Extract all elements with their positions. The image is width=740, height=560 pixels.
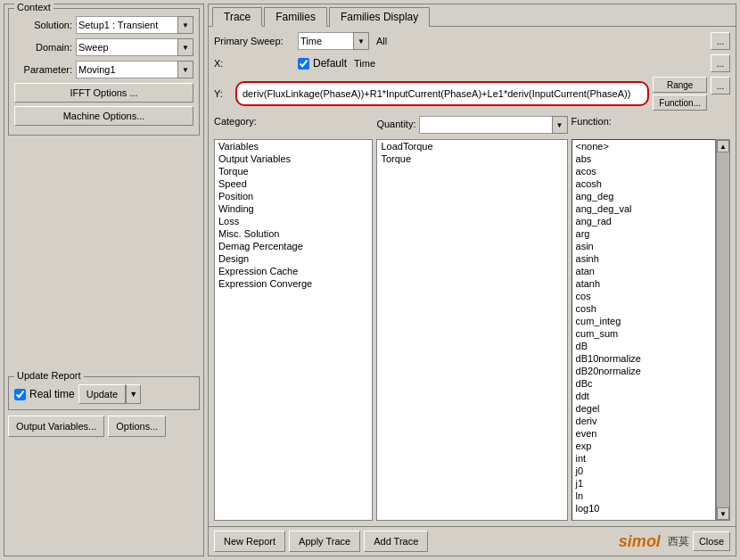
primary-sweep-range: All — [376, 36, 387, 46]
list-item[interactable]: Expression Converge — [215, 277, 372, 290]
category-list: Variables Output Variables Torque Speed … — [215, 140, 372, 520]
update-button[interactable]: Update — [78, 384, 126, 404]
tab-trace[interactable]: Trace — [212, 7, 262, 27]
domain-label: Domain: — [14, 42, 72, 53]
list-item[interactable]: dB — [572, 340, 715, 352]
simol-cn-text: 西莫 — [668, 534, 689, 549]
function-list: <none> abs acos acosh ang_deg ang_deg_va… — [571, 139, 716, 521]
realtime-checkbox[interactable] — [14, 389, 26, 400]
list-item[interactable]: atanh — [572, 277, 715, 290]
list-item[interactable]: Output Variables — [215, 152, 372, 165]
tab-families[interactable]: Families — [264, 7, 327, 27]
list-item[interactable]: j1 — [572, 477, 715, 490]
list-item[interactable]: cos — [572, 290, 715, 302]
list-item[interactable]: ang_rad — [572, 215, 715, 227]
primary-sweep-select[interactable]: Time — [298, 32, 369, 50]
tab-bar: Trace Families Families Display — [209, 4, 736, 27]
parameter-label: Parameter: — [14, 64, 72, 75]
domain-select[interactable]: Sweep — [76, 38, 193, 56]
update-dropdown-arrow[interactable]: ▼ — [126, 384, 141, 404]
quantity-select[interactable] — [419, 116, 567, 134]
list-item[interactable]: deriv — [572, 415, 715, 427]
list-item[interactable]: cosh — [572, 302, 715, 315]
x-value: Time — [354, 58, 375, 69]
list-item[interactable]: Demag Percentage — [215, 240, 372, 252]
list-item[interactable]: abs — [572, 152, 715, 165]
list-item[interactable]: acosh — [572, 177, 715, 190]
range-button[interactable]: Range — [653, 77, 707, 93]
list-item[interactable]: Misc. Solution — [215, 227, 372, 240]
primary-sweep-ellipsis[interactable]: ... — [711, 32, 730, 50]
scroll-up-arrow[interactable]: ▲ — [717, 140, 729, 152]
category-label: Category: — [214, 116, 373, 127]
quantity-list: LoadTorque Torque — [377, 140, 566, 520]
list-item[interactable]: atan — [572, 265, 715, 277]
x-ellipsis[interactable]: ... — [711, 54, 730, 72]
list-item[interactable]: cum_sum — [572, 327, 715, 340]
parameter-select[interactable]: Moving1 — [76, 61, 193, 78]
list-item[interactable]: ln — [572, 490, 715, 502]
scroll-track — [717, 152, 729, 507]
list-item[interactable]: Loss — [215, 215, 372, 227]
list-item[interactable]: Winding — [215, 202, 372, 215]
list-item[interactable]: Torque — [215, 165, 372, 177]
list-item[interactable]: Torque — [377, 152, 566, 165]
options-button[interactable]: Options... — [108, 416, 166, 437]
list-item[interactable]: degel — [572, 402, 715, 415]
x-default-label: Default — [313, 57, 347, 70]
list-item[interactable]: dBc — [572, 377, 715, 390]
list-item[interactable]: exp — [572, 440, 715, 452]
context-title: Context — [14, 2, 53, 12]
list-item[interactable]: Position — [215, 190, 372, 202]
list-item[interactable]: log10 — [572, 502, 715, 515]
list-item[interactable]: <none> — [572, 140, 715, 152]
add-trace-button[interactable]: Add Trace — [364, 531, 428, 552]
x-label: X: — [214, 58, 294, 69]
y-label: Y: — [214, 88, 232, 99]
new-report-button[interactable]: New Report — [214, 531, 285, 552]
function-label: Function: — [571, 116, 730, 127]
list-item[interactable]: asin — [572, 240, 715, 252]
list-item[interactable]: LoadTorque — [377, 140, 566, 152]
ifft-options-button[interactable]: IFFT Options ... — [14, 83, 193, 103]
list-item[interactable]: Variables — [215, 140, 372, 152]
scroll-down-arrow[interactable]: ▼ — [717, 507, 729, 520]
list-item[interactable]: Design — [215, 252, 372, 265]
list-item[interactable]: j0 — [572, 465, 715, 477]
quantity-label: Quantity: — [376, 119, 415, 129]
list-item[interactable]: ddt — [572, 390, 715, 402]
function-scrollbar[interactable]: ▲ ▼ — [716, 139, 730, 521]
list-item[interactable]: even — [572, 427, 715, 440]
simol-logo: simol — [619, 532, 661, 551]
function-button[interactable]: Function... — [653, 95, 707, 111]
list-item[interactable]: asinh — [572, 252, 715, 265]
primary-sweep-label: Primary Sweep: — [214, 36, 294, 46]
realtime-label: Real time — [29, 388, 75, 400]
y-ellipsis[interactable]: ... — [711, 77, 730, 95]
update-report-title: Update Report — [14, 370, 84, 381]
list-item[interactable]: ang_deg_val — [572, 202, 715, 215]
solution-select[interactable]: Setup1 : Transient — [76, 16, 193, 34]
list-item[interactable]: dB20normalize — [572, 365, 715, 377]
solution-label: Solution: — [14, 20, 72, 30]
list-item[interactable]: dB10normalize — [572, 352, 715, 365]
machine-options-button[interactable]: Machine Options... — [14, 106, 193, 126]
category-expression-cache[interactable]: Expression Cache — [215, 265, 372, 277]
list-item[interactable]: arg — [572, 227, 715, 240]
list-item[interactable]: Speed — [215, 177, 372, 190]
x-default-checkbox[interactable] — [298, 58, 309, 70]
list-item[interactable]: cum_integ — [572, 315, 715, 327]
list-item[interactable]: ang_deg — [572, 190, 715, 202]
list-item[interactable]: acos — [572, 165, 715, 177]
apply-trace-button[interactable]: Apply Trace — [289, 531, 360, 552]
tab-families-display[interactable]: Families Display — [329, 7, 430, 27]
list-item[interactable]: int — [572, 452, 715, 465]
close-button[interactable]: Close — [693, 531, 730, 551]
output-variables-button[interactable]: Output Variables... — [8, 416, 104, 437]
y-input[interactable] — [235, 81, 649, 106]
